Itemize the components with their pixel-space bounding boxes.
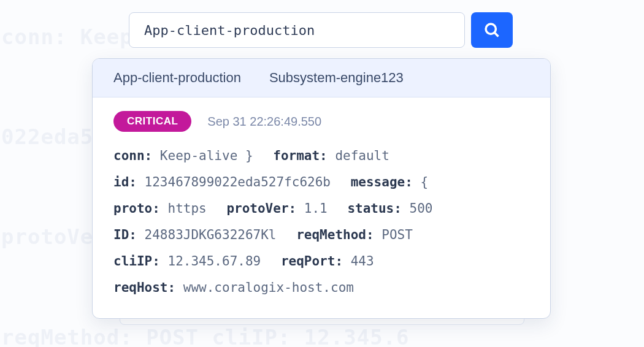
- log-field-value: Keep-alive }: [152, 148, 253, 163]
- log-field-value: 500: [402, 201, 433, 216]
- log-field-key: message:: [351, 175, 413, 189]
- card-header: App-client-production Subsystem-engine12…: [93, 59, 550, 97]
- log-field: ID: 24883JDKG632267Kl: [113, 227, 277, 242]
- log-field: message: {: [351, 175, 428, 189]
- log-field-value: https: [160, 201, 207, 216]
- log-timestamp: Sep 31 22:26:49.550: [207, 115, 321, 129]
- log-field-value: 443: [343, 254, 374, 269]
- subsystem-name: Subsystem-engine123: [269, 70, 404, 86]
- log-field: format: default: [273, 148, 389, 163]
- app-name: App-client-production: [113, 70, 241, 86]
- log-field: reqHost: www.coralogix-host.com: [113, 280, 354, 295]
- log-field: reqMethod: POST: [296, 227, 413, 242]
- log-field-key: reqHost:: [113, 280, 175, 295]
- log-field-value: POST: [374, 227, 413, 242]
- log-result-card: App-client-production Subsystem-engine12…: [92, 58, 551, 319]
- log-field-key: status:: [347, 201, 402, 216]
- log-field-value: {: [413, 175, 428, 189]
- search-input[interactable]: [129, 12, 465, 48]
- log-field: reqPort: 443: [281, 254, 374, 269]
- log-field-value: 123467899022eda527fc626b: [137, 175, 331, 189]
- log-field-value: 1.1: [296, 201, 328, 216]
- log-field-key: protoVer:: [226, 201, 296, 216]
- log-field: proto: https: [113, 201, 207, 216]
- log-field: conn: Keep-alive }: [113, 148, 253, 163]
- svg-line-1: [494, 32, 498, 36]
- log-body: conn: Keep-alive } format: default id: 1…: [113, 143, 529, 301]
- log-field: cliIP: 12.345.67.89: [113, 254, 261, 269]
- log-field-key: proto:: [113, 201, 160, 216]
- log-field-key: ID:: [113, 227, 137, 242]
- log-field: status: 500: [347, 201, 432, 216]
- search-button[interactable]: [471, 12, 513, 48]
- log-field-value: www.coralogix-host.com: [175, 280, 354, 295]
- log-field-key: format:: [273, 148, 328, 163]
- log-field: id: 123467899022eda527fc626b: [113, 175, 331, 189]
- severity-badge: CRITICAL: [113, 111, 191, 132]
- log-field-key: id:: [113, 175, 137, 189]
- log-field-key: reqPort:: [281, 254, 343, 269]
- log-field-key: conn:: [113, 148, 152, 163]
- search-bar: [129, 12, 513, 48]
- log-field: protoVer: 1.1: [226, 201, 327, 216]
- log-field-value: 24883JDKG632267Kl: [137, 227, 277, 242]
- log-field-value: default: [328, 148, 389, 163]
- svg-point-0: [486, 24, 496, 34]
- log-field-key: reqMethod:: [296, 227, 374, 242]
- search-icon: [483, 21, 500, 39]
- log-field-key: cliIP:: [113, 254, 160, 269]
- log-field-value: 12.345.67.89: [160, 254, 261, 269]
